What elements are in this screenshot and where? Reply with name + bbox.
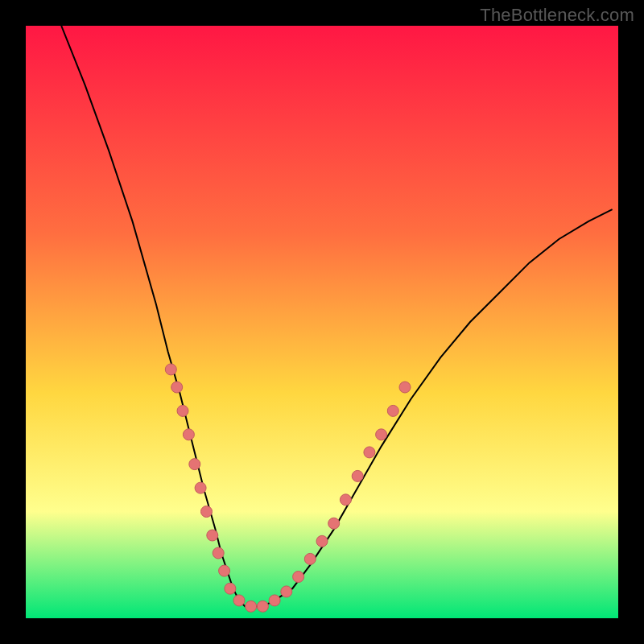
- data-point: [213, 547, 224, 559]
- data-point: [183, 429, 194, 440]
- data-point: [219, 565, 230, 576]
- data-point: [328, 518, 340, 529]
- data-point: [233, 595, 245, 606]
- chart-frame: TheBottleneck.com: [0, 0, 644, 644]
- watermark-label: TheBottleneck.com: [480, 5, 634, 26]
- data-point: [201, 506, 213, 518]
- plot-area: [26, 26, 618, 618]
- data-point: [376, 429, 387, 440]
- data-point: [293, 572, 304, 583]
- data-point: [171, 382, 183, 393]
- data-point: [207, 530, 218, 541]
- data-point: [316, 535, 328, 547]
- data-point: [269, 595, 280, 606]
- data-point: [177, 405, 188, 416]
- data-point: [387, 405, 398, 416]
- data-point: [246, 601, 257, 612]
- data-point: [189, 459, 200, 470]
- data-point: [340, 494, 351, 506]
- gradient-bg: [26, 26, 618, 618]
- data-point: [304, 553, 316, 564]
- data-point: [257, 601, 268, 612]
- data-point: [399, 382, 411, 393]
- data-point: [225, 583, 236, 594]
- bottleneck-chart: [26, 26, 618, 618]
- data-point: [195, 482, 206, 493]
- data-point: [281, 586, 292, 597]
- data-point: [165, 364, 176, 375]
- data-point: [364, 447, 375, 458]
- data-point: [352, 470, 363, 481]
